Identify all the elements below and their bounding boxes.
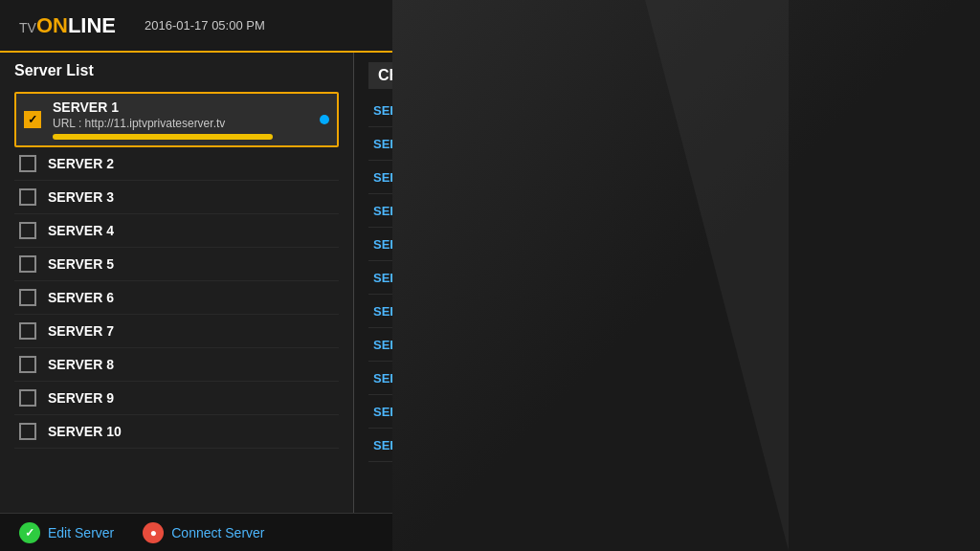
main-container: TV ONLINE 2016-01-17 05:00 PM STALKER SE…	[0, 0, 980, 551]
background	[0, 0, 980, 551]
